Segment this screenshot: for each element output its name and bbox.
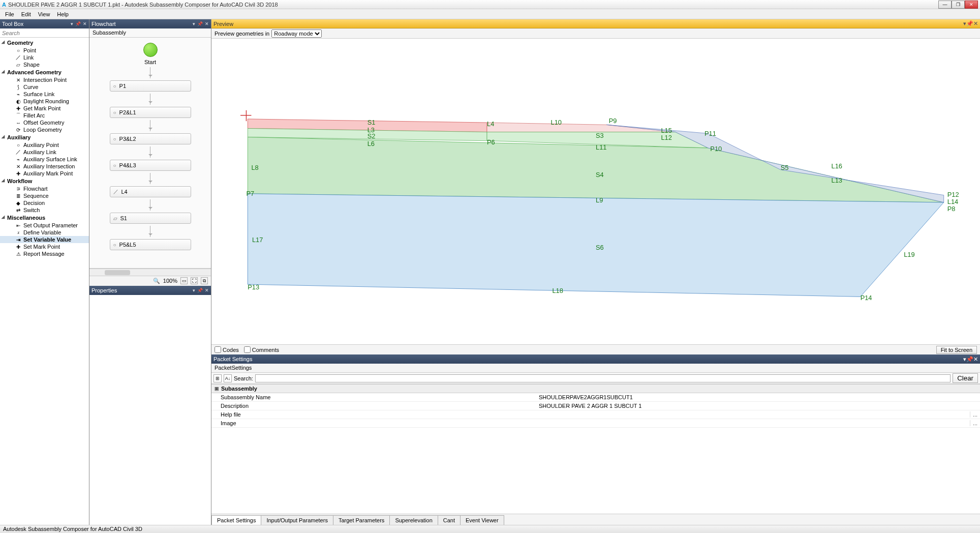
panel-pin-icon[interactable]: 📌 <box>197 21 203 26</box>
toolbox-item[interactable]: ○Auxiliary Point <box>0 141 89 149</box>
menu-file[interactable]: File <box>2 10 17 18</box>
preview-mode-select[interactable]: Roadway mode <box>271 29 322 38</box>
clear-button[interactable]: Clear <box>953 373 978 383</box>
toolbox-search-input[interactable] <box>0 28 89 37</box>
close-button[interactable]: ✕ <box>965 1 978 9</box>
tab-input-output-parameters[interactable]: Input/Output Parameters <box>261 515 333 525</box>
tool-label: Auxiliary Link <box>23 149 56 155</box>
browse-button[interactable]: ... <box>970 420 980 426</box>
zoom-collapse-icon[interactable]: ⧉ <box>201 277 208 284</box>
preview-canvas[interactable]: S1 L3 S2 L6 L4 P6 L10 S3 P9 L15 L12 L11 … <box>211 39 980 344</box>
toolbox-item[interactable]: ⚠Report Message <box>0 250 89 257</box>
toolbox-item[interactable]: ⌁Surface Link <box>0 91 89 98</box>
flowchart-start-node[interactable] <box>143 43 158 57</box>
sort-icon[interactable]: A↓ <box>224 374 232 382</box>
flow-node[interactable]: ○P4&L3 <box>110 160 191 171</box>
flow-node[interactable]: ○P3&L2 <box>110 133 191 144</box>
svg-text:L11: L11 <box>596 143 606 151</box>
panel-close-icon[interactable]: ✕ <box>205 288 209 293</box>
toolbox-item[interactable]: ⌒Fillet Arc <box>0 112 89 119</box>
panel-close-icon[interactable]: ✕ <box>973 356 978 362</box>
zoom-icon[interactable]: 🔍 <box>153 278 160 284</box>
toolbox-item[interactable]: ≣Sequence <box>0 192 89 199</box>
packet-value[interactable]: SHOULDERPAVE2AGGR1SUBCUT1 <box>537 394 980 400</box>
tool-label: Define Variable <box>23 229 61 235</box>
panel-pin-icon[interactable]: 📌 <box>197 288 203 293</box>
toolbox-group[interactable]: Advanced Geometry <box>0 68 89 76</box>
toolbox-group[interactable]: Workflow <box>0 177 89 185</box>
minimize-button[interactable]: — <box>938 1 952 9</box>
search-label: Search: <box>234 375 253 381</box>
toolbox-item[interactable]: ✕Intersection Point <box>0 76 89 83</box>
packet-group[interactable]: Subassembly <box>211 384 980 393</box>
toolbox-item[interactable]: ⇤Set Output Parameter <box>0 222 89 229</box>
codes-checkbox[interactable]: Codes <box>215 346 239 353</box>
flow-node[interactable]: ○P2&L1 <box>110 107 191 118</box>
flow-node[interactable]: ／L4 <box>110 186 191 197</box>
packet-row[interactable]: Image... <box>211 419 980 428</box>
flow-node[interactable]: ○P1 <box>110 80 191 92</box>
panel-pin-icon[interactable]: 📌 <box>75 21 81 26</box>
packet-row[interactable]: DescriptionSHOULDER PAVE 2 AGGR 1 SUBCUT… <box>211 402 980 410</box>
panel-pin-icon[interactable]: 📌 <box>966 20 973 26</box>
tab-cant[interactable]: Cant <box>438 515 461 525</box>
toolbox-group[interactable]: Auxiliary <box>0 133 89 141</box>
tab-superelevation[interactable]: Superelevation <box>389 515 438 525</box>
toolbox-item[interactable]: ✕Auxiliary Intersection <box>0 163 89 170</box>
toolbox-item[interactable]: ⟳Loop Geometry <box>0 126 89 133</box>
toolbox-item[interactable]: ⚞Flowchart <box>0 185 89 192</box>
toolbox-header: Tool Box ▾📌✕ <box>0 19 89 28</box>
zoom-expand-icon[interactable]: ⛶ <box>191 277 198 284</box>
toolbox-item[interactable]: ⟆Curve <box>0 83 89 91</box>
zoom-fit-icon[interactable]: ▭ <box>180 277 188 284</box>
toolbox-item[interactable]: ／Link <box>0 54 89 61</box>
toolbox-item[interactable]: ⌁Auxiliary Surface Link <box>0 156 89 163</box>
panel-close-icon[interactable]: ✕ <box>83 21 87 26</box>
fit-to-screen-button[interactable]: Fit to Screen <box>936 346 977 354</box>
pin-icon[interactable]: ▾ <box>193 21 195 26</box>
panel-close-icon[interactable]: ✕ <box>973 20 978 26</box>
menu-help[interactable]: Help <box>54 10 72 18</box>
flow-node-icon: ○ <box>113 83 116 89</box>
properties-panel <box>89 295 211 525</box>
pin-icon[interactable]: ▾ <box>71 21 73 26</box>
toolbox-item[interactable]: ◐Daylight Rounding <box>0 98 89 105</box>
packet-value[interactable]: SHOULDER PAVE 2 AGGR 1 SUBCUT 1 <box>537 403 980 409</box>
preview-header: Preview ▾📌✕ <box>211 19 980 28</box>
tool-label: Set Mark Point <box>23 244 60 250</box>
packet-row[interactable]: Help file... <box>211 410 980 419</box>
toolbox-item[interactable]: ／Auxiliary Link <box>0 149 89 156</box>
toolbox-item[interactable]: 𝑥Define Variable <box>0 229 89 236</box>
bottom-tabs: Packet SettingsInput/Output ParametersTa… <box>211 514 980 525</box>
flowchart-canvas[interactable]: Start ○P1○P2&L1○P3&L2○P4&L3／L4▱S1○P5&L5 <box>89 38 211 269</box>
toolbox-item[interactable]: ⇄Switch <box>0 206 89 214</box>
toolbox-item[interactable]: ↔Offset Geometry <box>0 119 89 126</box>
toolbox-item[interactable]: ✚Auxiliary Mark Point <box>0 170 89 177</box>
tab-target-parameters[interactable]: Target Parameters <box>333 515 390 525</box>
toolbox-group[interactable]: Miscellaneous <box>0 214 89 222</box>
menu-edit[interactable]: Edit <box>18 10 34 18</box>
tool-icon: ≣ <box>15 193 21 199</box>
toolbox-item[interactable]: ⇥Set Variable Value <box>0 236 89 243</box>
toolbox-item[interactable]: ▱Shape <box>0 61 89 68</box>
comments-checkbox[interactable]: Comments <box>244 346 279 353</box>
flow-node[interactable]: ○P5&L5 <box>110 239 191 250</box>
tab-event-viewer[interactable]: Event Viewer <box>460 515 504 525</box>
flow-node[interactable]: ▱S1 <box>110 213 191 224</box>
categorize-icon[interactable]: ⊞ <box>213 374 222 382</box>
packet-row[interactable]: Subassembly NameSHOULDERPAVE2AGGR1SUBCUT… <box>211 393 980 402</box>
toolbox-item[interactable]: ✚Get Mark Point <box>0 105 89 112</box>
flowchart-hscroll[interactable] <box>89 269 211 276</box>
toolbox-item[interactable]: ○Point <box>0 47 89 54</box>
toolbox-group[interactable]: Geometry <box>0 39 89 47</box>
packet-search-input[interactable] <box>255 374 951 382</box>
toolbox-item[interactable]: ◆Decision <box>0 199 89 206</box>
menu-view[interactable]: View <box>35 10 53 18</box>
browse-button[interactable]: ... <box>970 411 980 418</box>
maximize-button[interactable]: ❐ <box>952 1 965 9</box>
panel-pin-icon[interactable]: 📌 <box>966 356 973 362</box>
pin-icon[interactable]: ▾ <box>193 288 195 293</box>
panel-close-icon[interactable]: ✕ <box>205 21 209 26</box>
tab-packet-settings[interactable]: Packet Settings <box>211 515 261 525</box>
toolbox-item[interactable]: ✚Set Mark Point <box>0 243 89 250</box>
